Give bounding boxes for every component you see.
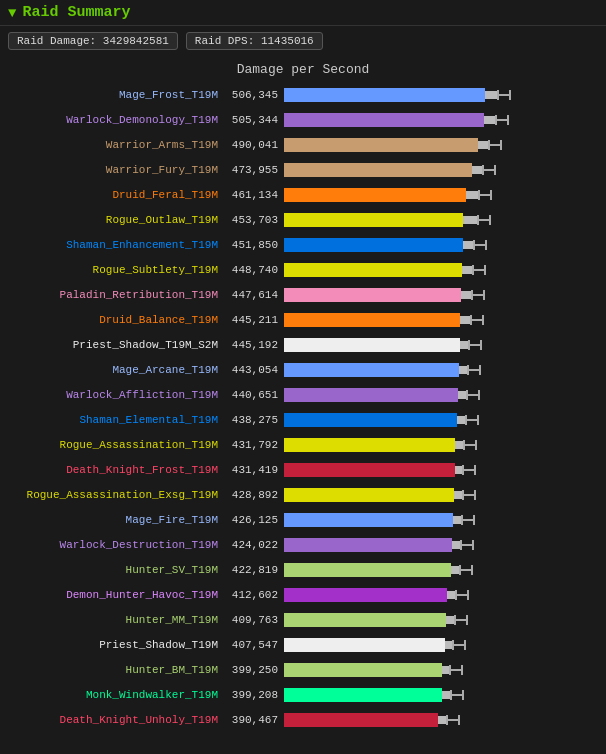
bar-extension — [454, 491, 462, 499]
row-name: Priest_Shadow_T19M — [4, 639, 224, 651]
table-row[interactable]: Death_Knight_Frost_T19M431,419 — [4, 458, 602, 482]
table-row[interactable]: Hunter_SV_T19M422,819 — [4, 558, 602, 582]
chart-area: Mage_Frost_T19M506,345Warlock_Demonology… — [0, 81, 606, 735]
row-value: 445,211 — [224, 314, 284, 326]
raid-dps-stat: Raid DPS: 11435016 — [186, 32, 323, 50]
table-row[interactable]: Hunter_BM_T19M399,250 — [4, 658, 602, 682]
table-row[interactable]: Demon_Hunter_Havoc_T19M412,602 — [4, 583, 602, 607]
bar-extension — [453, 516, 461, 524]
row-value: 473,955 — [224, 164, 284, 176]
row-name: Priest_Shadow_T19M_S2M — [4, 339, 224, 351]
panel-header: ▼ Raid Summary — [0, 0, 606, 26]
bar-container — [284, 311, 602, 329]
row-name: Shaman_Elemental_T19M — [4, 414, 224, 426]
bar-main — [284, 238, 463, 252]
row-value: 440,651 — [224, 389, 284, 401]
table-row[interactable]: Rogue_Subtlety_T19M448,740 — [4, 258, 602, 282]
row-value: 426,125 — [224, 514, 284, 526]
bar-container — [284, 711, 602, 729]
bar-extension — [478, 141, 488, 149]
bar-extension — [452, 541, 460, 549]
bar-extension — [484, 116, 495, 124]
bar-container — [284, 536, 602, 554]
table-row[interactable]: Shaman_Enhancement_T19M451,850 — [4, 233, 602, 257]
bar-extension — [457, 416, 465, 424]
table-row[interactable]: Hunter_MM_T19M409,763 — [4, 608, 602, 632]
row-name: Demon_Hunter_Havoc_T19M — [4, 589, 224, 601]
table-row[interactable]: Warrior_Fury_T19M473,955 — [4, 158, 602, 182]
table-row[interactable]: Shaman_Elemental_T19M438,275 — [4, 408, 602, 432]
raid-summary-panel: ▼ Raid Summary Raid Damage: 3429842581 R… — [0, 0, 606, 735]
row-name: Mage_Fire_T19M — [4, 514, 224, 526]
row-value: 399,250 — [224, 664, 284, 676]
row-name: Shaman_Enhancement_T19M — [4, 239, 224, 251]
row-value: 412,602 — [224, 589, 284, 601]
bar-extension — [460, 341, 468, 349]
bar-main — [284, 113, 484, 127]
bar-extension — [442, 691, 450, 699]
table-row[interactable]: Rogue_Assassination_Exsg_T19M428,892 — [4, 483, 602, 507]
table-row[interactable]: Paladin_Retribution_T19M447,614 — [4, 283, 602, 307]
table-row[interactable]: Druid_Feral_T19M461,134 — [4, 183, 602, 207]
row-value: 461,134 — [224, 189, 284, 201]
row-name: Monk_Windwalker_T19M — [4, 689, 224, 701]
bar-main — [284, 338, 460, 352]
row-value: 505,344 — [224, 114, 284, 126]
row-value: 448,740 — [224, 264, 284, 276]
bar-main — [284, 438, 455, 452]
bar-extension — [455, 441, 463, 449]
row-value: 424,022 — [224, 539, 284, 551]
table-row[interactable]: Druid_Balance_T19M445,211 — [4, 308, 602, 332]
bar-extension — [455, 466, 462, 474]
row-name: Death_Knight_Unholy_T19M — [4, 714, 224, 726]
bar-extension — [459, 366, 467, 374]
bar-main — [284, 563, 451, 577]
table-row[interactable]: Priest_Shadow_T19M407,547 — [4, 633, 602, 657]
row-name: Rogue_Assassination_Exsg_T19M — [4, 489, 224, 501]
bar-container — [284, 286, 602, 304]
bar-container — [284, 586, 602, 604]
panel-title: Raid Summary — [22, 4, 130, 21]
bar-main — [284, 388, 458, 402]
table-row[interactable]: Rogue_Assassination_T19M431,792 — [4, 433, 602, 457]
row-value: 445,192 — [224, 339, 284, 351]
bar-container — [284, 661, 602, 679]
bar-extension — [460, 316, 470, 324]
row-name: Mage_Arcane_T19M — [4, 364, 224, 376]
bar-main — [284, 288, 461, 302]
bar-container — [284, 636, 602, 654]
table-row[interactable]: Priest_Shadow_T19M_S2M445,192 — [4, 333, 602, 357]
bar-main — [284, 663, 442, 677]
row-name: Rogue_Assassination_T19M — [4, 439, 224, 451]
bar-container — [284, 211, 602, 229]
row-name: Death_Knight_Frost_T19M — [4, 464, 224, 476]
table-row[interactable]: Mage_Frost_T19M506,345 — [4, 83, 602, 107]
table-row[interactable]: Warlock_Affliction_T19M440,651 — [4, 383, 602, 407]
table-row[interactable]: Warrior_Arms_T19M490,041 — [4, 133, 602, 157]
row-value: 431,792 — [224, 439, 284, 451]
bar-main — [284, 513, 453, 527]
row-name: Warlock_Destruction_T19M — [4, 539, 224, 551]
table-row[interactable]: Warlock_Demonology_T19M505,344 — [4, 108, 602, 132]
table-row[interactable]: Mage_Arcane_T19M443,054 — [4, 358, 602, 382]
bar-extension — [463, 241, 473, 249]
row-value: 390,467 — [224, 714, 284, 726]
bar-main — [284, 263, 462, 277]
bar-extension — [461, 291, 471, 299]
bar-main — [284, 413, 457, 427]
bar-extension — [462, 266, 472, 274]
row-value: 422,819 — [224, 564, 284, 576]
bar-container — [284, 411, 602, 429]
bar-extension — [438, 716, 446, 724]
collapse-arrow[interactable]: ▼ — [8, 5, 16, 21]
table-row[interactable]: Rogue_Outlaw_T19M453,703 — [4, 208, 602, 232]
bar-container — [284, 86, 602, 104]
row-value: 399,208 — [224, 689, 284, 701]
row-name: Rogue_Outlaw_T19M — [4, 214, 224, 226]
table-row[interactable]: Death_Knight_Unholy_T19M390,467 — [4, 708, 602, 732]
table-row[interactable]: Monk_Windwalker_T19M399,208 — [4, 683, 602, 707]
row-value: 506,345 — [224, 89, 284, 101]
raid-dps-label: Raid DPS: — [195, 35, 254, 47]
table-row[interactable]: Warlock_Destruction_T19M424,022 — [4, 533, 602, 557]
table-row[interactable]: Mage_Fire_T19M426,125 — [4, 508, 602, 532]
